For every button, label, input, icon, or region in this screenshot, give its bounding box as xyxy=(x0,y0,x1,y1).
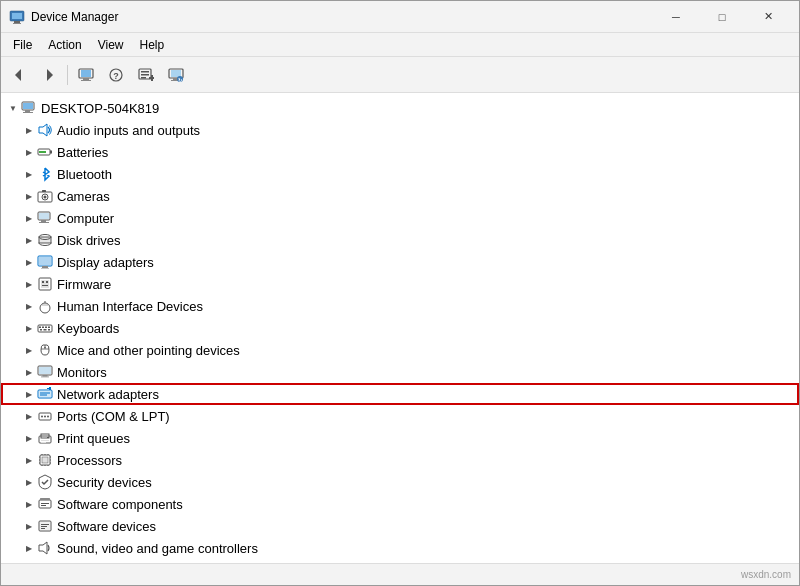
software-comp-expand-icon[interactable]: ▶ xyxy=(21,496,37,512)
tree-item-processors[interactable]: ▶ xyxy=(1,449,799,471)
close-button[interactable]: ✕ xyxy=(745,1,791,33)
tree-item-software-dev[interactable]: ▶ Software devices xyxy=(1,515,799,537)
bluetooth-label: Bluetooth xyxy=(57,167,112,182)
tree-item-disk[interactable]: ▶ Disk drives xyxy=(1,229,799,251)
menu-help[interactable]: Help xyxy=(132,36,173,54)
tree-item-mice[interactable]: ▶ Mice and other pointing devices xyxy=(1,339,799,361)
root-expand-icon[interactable]: ▼ xyxy=(5,100,21,116)
tree-item-display[interactable]: ▶ Display adapters xyxy=(1,251,799,273)
device-tree[interactable]: ▼ DESKTOP-504K819 ▶ xyxy=(1,93,799,563)
software-dev-expand-icon[interactable]: ▶ xyxy=(21,518,37,534)
disk-expand-icon[interactable]: ▶ xyxy=(21,232,37,248)
svg-rect-51 xyxy=(46,281,48,283)
toolbar: ? ↻ xyxy=(1,57,799,93)
processors-expand-icon[interactable]: ▶ xyxy=(21,452,37,468)
svg-marker-28 xyxy=(39,124,47,136)
svg-marker-5 xyxy=(47,69,53,81)
show-hidden-button[interactable] xyxy=(132,61,160,89)
svg-rect-69 xyxy=(43,375,48,377)
network-icon xyxy=(37,386,53,402)
hid-expand-icon[interactable]: ▶ xyxy=(21,298,37,314)
title-bar: Device Manager ─ □ ✕ xyxy=(1,1,799,33)
menu-view[interactable]: View xyxy=(90,36,132,54)
audio-label: Audio inputs and outputs xyxy=(57,123,200,138)
tree-item-hid[interactable]: ▶ Human Interface Devices xyxy=(1,295,799,317)
ports-expand-icon[interactable]: ▶ xyxy=(21,408,37,424)
tree-item-audio[interactable]: ▶ Audio inputs and outputs xyxy=(1,119,799,141)
network-expand-icon[interactable]: ▶ xyxy=(21,386,37,402)
monitors-icon xyxy=(37,364,53,380)
forward-button[interactable] xyxy=(35,61,63,89)
keyboards-icon xyxy=(37,320,53,336)
software-dev-icon xyxy=(37,518,53,534)
svg-rect-1 xyxy=(12,13,22,19)
display-expand-icon[interactable]: ▶ xyxy=(21,254,37,270)
scan-button[interactable]: ↻ xyxy=(162,61,190,89)
svg-rect-52 xyxy=(42,285,48,286)
computer-expand-icon[interactable]: ▶ xyxy=(21,210,37,226)
sound-expand-icon[interactable]: ▶ xyxy=(21,540,37,556)
bluetooth-expand-icon[interactable]: ▶ xyxy=(21,166,37,182)
print-expand-icon[interactable]: ▶ xyxy=(21,430,37,446)
svg-rect-108 xyxy=(41,528,45,529)
minimize-button[interactable]: ─ xyxy=(653,1,699,33)
monitors-expand-icon[interactable]: ▶ xyxy=(21,364,37,380)
mice-label: Mice and other pointing devices xyxy=(57,343,240,358)
tree-item-batteries[interactable]: ▶ Batteries xyxy=(1,141,799,163)
menu-action[interactable]: Action xyxy=(40,36,89,54)
svg-point-34 xyxy=(44,196,47,199)
firmware-icon xyxy=(37,276,53,292)
keyboards-expand-icon[interactable]: ▶ xyxy=(21,320,37,336)
svg-rect-101 xyxy=(41,503,49,504)
tree-item-computer[interactable]: ▶ Computer xyxy=(1,207,799,229)
print-label: Print queues xyxy=(57,431,130,446)
svg-rect-26 xyxy=(25,110,30,112)
tree-item-software-comp[interactable]: ▶ Software components xyxy=(1,493,799,515)
cameras-expand-icon[interactable]: ▶ xyxy=(21,188,37,204)
tree-root[interactable]: ▼ DESKTOP-504K819 xyxy=(1,97,799,119)
mice-icon xyxy=(37,342,53,358)
svg-rect-57 xyxy=(39,327,41,329)
tree-item-firmware[interactable]: ▶ Firmware xyxy=(1,273,799,295)
audio-expand-icon[interactable]: ▶ xyxy=(21,122,37,138)
svg-marker-4 xyxy=(15,69,21,81)
tree-item-network[interactable]: ▶ Network adapters xyxy=(1,383,799,405)
svg-point-53 xyxy=(40,303,50,313)
tree-item-monitors[interactable]: ▶ Monitors xyxy=(1,361,799,383)
svg-rect-27 xyxy=(23,112,33,113)
svg-rect-9 xyxy=(81,80,91,81)
menu-file[interactable]: File xyxy=(5,36,40,54)
processors-label: Processors xyxy=(57,453,122,468)
bluetooth-icon xyxy=(37,166,53,182)
svg-rect-63 xyxy=(48,329,50,331)
svg-rect-107 xyxy=(41,526,47,527)
tree-item-cameras[interactable]: ▶ Cameras xyxy=(1,185,799,207)
svg-rect-106 xyxy=(41,524,49,525)
cameras-label: Cameras xyxy=(57,189,110,204)
svg-rect-39 xyxy=(39,222,49,223)
svg-rect-30 xyxy=(39,151,46,153)
back-button[interactable] xyxy=(5,61,33,89)
batteries-expand-icon[interactable]: ▶ xyxy=(21,144,37,160)
computer-icon-node xyxy=(37,210,53,226)
mice-expand-icon[interactable]: ▶ xyxy=(21,342,37,358)
help-button[interactable]: ? xyxy=(102,61,130,89)
tree-item-print[interactable]: ▶ Print queues xyxy=(1,427,799,449)
security-expand-icon[interactable]: ▶ xyxy=(21,474,37,490)
svg-rect-84 xyxy=(41,442,46,443)
properties-button[interactable] xyxy=(72,61,100,89)
tree-item-ports[interactable]: ▶ Ports (COM & LPT) xyxy=(1,405,799,427)
tree-item-sound[interactable]: ▶ Sound, video and game controllers xyxy=(1,537,799,559)
tree-item-security[interactable]: ▶ Security devices xyxy=(1,471,799,493)
svg-rect-50 xyxy=(42,281,44,283)
firmware-expand-icon[interactable]: ▶ xyxy=(21,276,37,292)
svg-rect-70 xyxy=(41,377,49,378)
sound-label: Sound, video and game controllers xyxy=(57,541,258,556)
tree-item-bluetooth[interactable]: ▶ Bluetooth xyxy=(1,163,799,185)
scan-icon: ↻ xyxy=(168,67,184,83)
processors-icon xyxy=(37,452,53,468)
computer-label: Computer xyxy=(57,211,114,226)
maximize-button[interactable]: □ xyxy=(699,1,745,33)
tree-item-keyboards[interactable]: ▶ Keyboards xyxy=(1,317,799,339)
svg-rect-14 xyxy=(141,74,149,76)
